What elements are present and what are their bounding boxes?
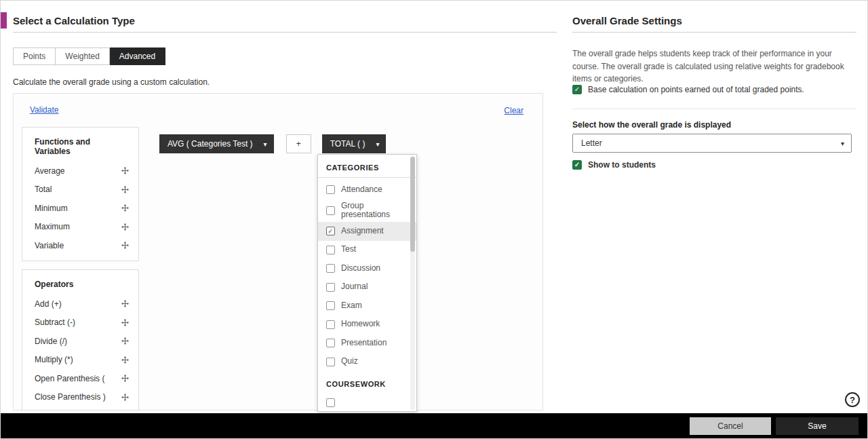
function-item-label: Variable bbox=[35, 241, 64, 250]
category-option-label: Test bbox=[341, 245, 398, 254]
base-calculation-checkbox-row[interactable]: Base calculation on points earned out of… bbox=[572, 85, 804, 94]
drag-move-icon[interactable] bbox=[121, 337, 130, 345]
function-item-minimum[interactable]: Minimum bbox=[22, 199, 138, 218]
operator-item-subtract[interactable]: Subtract (-) bbox=[22, 313, 138, 332]
drag-move-icon[interactable] bbox=[121, 374, 130, 383]
operators-panel: Operators Add (+) Subtract (-) Divide (/… bbox=[22, 269, 139, 411]
save-button[interactable]: Save bbox=[776, 417, 859, 435]
clear-link[interactable]: Clear bbox=[504, 106, 524, 115]
drag-move-icon[interactable] bbox=[121, 318, 130, 327]
category-option-assignment[interactable]: Assignment bbox=[318, 222, 416, 241]
operator-item-close-paren[interactable]: Close Parenthesis ) bbox=[22, 388, 138, 407]
chip-label: + bbox=[296, 139, 301, 149]
category-option-label: Homework bbox=[341, 320, 398, 329]
operator-item-label: Close Parenthesis ) bbox=[35, 392, 106, 402]
grade-display-select[interactable]: Letter ▾ bbox=[572, 134, 852, 153]
category-option-label: Presentation bbox=[341, 339, 398, 348]
checkbox[interactable] bbox=[326, 185, 335, 194]
divider bbox=[318, 177, 416, 178]
operator-item-add[interactable]: Add (+) bbox=[22, 294, 138, 313]
divider bbox=[572, 109, 856, 109]
gradebook-settings-page: Select a Calculation Type Points Weighte… bbox=[0, 0, 868, 439]
checkbox[interactable] bbox=[326, 206, 335, 215]
dropdown-section-header: CATEGORIES bbox=[318, 155, 416, 177]
drag-move-icon[interactable] bbox=[121, 241, 130, 250]
drag-move-icon[interactable] bbox=[121, 204, 130, 212]
category-option-group-presentations[interactable]: Group presentations bbox=[318, 199, 416, 223]
category-option-label: Discussion bbox=[341, 264, 398, 273]
function-chip-total[interactable]: TOTAL ( ) ▾ bbox=[322, 134, 387, 153]
calc-description: Calculate the overall grade using a cust… bbox=[13, 77, 210, 87]
function-chip-avg[interactable]: AVG ( Categories Test ) ▾ bbox=[159, 134, 274, 153]
checkbox[interactable] bbox=[326, 339, 335, 347]
drag-move-icon[interactable] bbox=[121, 185, 130, 194]
category-option-label: Attendance bbox=[341, 185, 398, 195]
function-item-average[interactable]: Average bbox=[22, 161, 138, 180]
base-calculation-label: Base calculation on points earned out of… bbox=[588, 85, 804, 94]
drag-move-icon[interactable] bbox=[121, 299, 130, 308]
category-option-journal[interactable]: Journal bbox=[318, 278, 416, 297]
checkbox[interactable] bbox=[326, 320, 335, 329]
operator-item-label: Open Parenthesis ( bbox=[35, 374, 104, 383]
checkbox[interactable] bbox=[326, 246, 335, 254]
show-to-students-checkbox[interactable] bbox=[572, 160, 582, 170]
operator-item-divide[interactable]: Divide (/) bbox=[22, 332, 138, 351]
tab-weighted[interactable]: Weighted bbox=[56, 47, 109, 65]
scrollbar-track[interactable] bbox=[410, 156, 415, 410]
tab-advanced[interactable]: Advanced bbox=[110, 47, 165, 65]
category-option-attendance[interactable]: Attendance bbox=[318, 180, 416, 199]
show-to-students-label: Show to students bbox=[588, 160, 656, 170]
function-item-label: Minimum bbox=[35, 204, 68, 213]
cancel-button[interactable]: Cancel bbox=[690, 417, 771, 435]
chip-label: AVG ( Categories Test ) bbox=[167, 139, 253, 149]
category-option-label: Exam bbox=[341, 301, 398, 311]
base-calculation-checkbox[interactable] bbox=[572, 85, 582, 94]
functions-panel-title: Functions and Variables bbox=[22, 137, 138, 161]
function-item-label: Maximum bbox=[35, 222, 70, 231]
category-option-presentation[interactable]: Presentation bbox=[318, 334, 416, 353]
drag-move-icon[interactable] bbox=[121, 166, 130, 175]
checkbox[interactable] bbox=[326, 301, 335, 310]
tab-points[interactable]: Points bbox=[13, 47, 56, 65]
function-item-variable[interactable]: Variable bbox=[22, 236, 138, 255]
category-option-discussion[interactable]: Discussion bbox=[318, 259, 416, 278]
checkbox[interactable] bbox=[326, 398, 335, 407]
calc-type-tabs: Points Weighted Advanced bbox=[13, 47, 165, 65]
drag-move-icon[interactable] bbox=[121, 356, 130, 364]
drag-move-icon[interactable] bbox=[121, 393, 130, 402]
show-to-students-checkbox-row[interactable]: Show to students bbox=[572, 160, 656, 170]
help-button[interactable]: ? bbox=[845, 392, 860, 407]
checkbox[interactable] bbox=[326, 358, 335, 366]
chevron-down-icon: ▾ bbox=[841, 140, 844, 147]
category-option-quiz[interactable]: Quiz bbox=[318, 353, 416, 372]
operator-item-multiply[interactable]: Multiply (*) bbox=[22, 351, 138, 370]
function-item-label: Total bbox=[35, 185, 52, 194]
expression-canvas: AVG ( Categories Test ) ▾ + TOTAL ( ) ▾ bbox=[159, 134, 386, 153]
scrollbar-thumb[interactable] bbox=[410, 157, 415, 252]
chip-label: TOTAL ( ) bbox=[330, 139, 366, 149]
accent-marker bbox=[1, 12, 7, 28]
overall-grade-description: The overall grade helps students keep tr… bbox=[572, 47, 856, 85]
checkbox[interactable] bbox=[326, 227, 335, 235]
category-option-homework[interactable]: Homework bbox=[318, 316, 416, 335]
category-option-label: Journal bbox=[341, 282, 398, 292]
operator-item-label: Divide (/) bbox=[35, 337, 67, 346]
operator-chip-plus[interactable]: + bbox=[286, 134, 311, 153]
functions-panel: Functions and Variables Average Total Mi… bbox=[22, 127, 139, 261]
operator-item-label: Subtract (-) bbox=[35, 318, 75, 327]
validate-link[interactable]: Validate bbox=[30, 105, 58, 115]
category-option-label: Group presentations bbox=[341, 202, 398, 221]
function-item-total[interactable]: Total bbox=[22, 180, 138, 199]
checkbox[interactable] bbox=[326, 264, 335, 273]
operator-item-label: Add (+) bbox=[35, 299, 62, 309]
category-option-test[interactable]: Test bbox=[318, 241, 416, 260]
checkbox[interactable] bbox=[326, 283, 335, 292]
coursework-option-partial[interactable] bbox=[318, 394, 416, 412]
category-option-label: Assignment bbox=[341, 227, 398, 236]
operator-item-open-paren[interactable]: Open Parenthesis ( bbox=[22, 369, 138, 388]
category-option-label: Quiz bbox=[341, 357, 398, 366]
category-option-exam[interactable]: Exam bbox=[318, 297, 416, 316]
drag-move-icon[interactable] bbox=[121, 223, 130, 231]
function-item-maximum[interactable]: Maximum bbox=[22, 218, 138, 237]
dropdown-section-header: COURSEWORK bbox=[318, 371, 416, 394]
